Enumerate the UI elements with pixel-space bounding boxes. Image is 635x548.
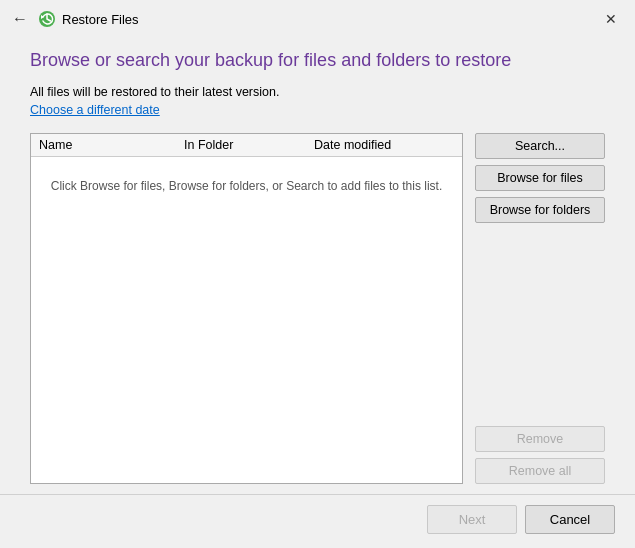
browse-folders-button[interactable]: Browse for folders <box>475 197 605 223</box>
empty-hint: Click Browse for files, Browse for folde… <box>51 177 442 195</box>
content-area: Browse or search your backup for files a… <box>0 34 635 494</box>
bottom-bar: Next Cancel <box>0 494 635 548</box>
side-buttons-top: Search... Browse for files Browse for fo… <box>475 133 605 223</box>
title-bar-left: ← Restore Files <box>12 10 139 28</box>
table-header: Name In Folder Date modified <box>31 134 462 157</box>
side-buttons-bottom: Remove Remove all <box>475 426 605 484</box>
title-bar: ← Restore Files ✕ <box>0 0 635 34</box>
remove-all-button[interactable]: Remove all <box>475 458 605 484</box>
col-name-header: Name <box>39 138 184 152</box>
close-button[interactable]: ✕ <box>599 7 623 31</box>
remove-button[interactable]: Remove <box>475 426 605 452</box>
file-table: Name In Folder Date modified Click Brows… <box>30 133 463 484</box>
title-bar-title: Restore Files <box>62 12 139 27</box>
main-area: Name In Folder Date modified Click Brows… <box>30 133 605 484</box>
change-date-link[interactable]: Choose a different date <box>30 103 605 117</box>
next-button[interactable]: Next <box>427 505 517 534</box>
col-folder-header: In Folder <box>184 138 314 152</box>
restore-icon <box>38 10 56 28</box>
restore-note: All files will be restored to their late… <box>30 85 605 99</box>
search-button[interactable]: Search... <box>475 133 605 159</box>
side-buttons-wrapper: Search... Browse for files Browse for fo… <box>475 133 605 484</box>
page-heading: Browse or search your backup for files a… <box>30 50 605 71</box>
table-body: Click Browse for files, Browse for folde… <box>31 157 462 483</box>
col-date-header: Date modified <box>314 138 454 152</box>
back-button[interactable]: ← <box>12 10 28 28</box>
cancel-button[interactable]: Cancel <box>525 505 615 534</box>
browse-files-button[interactable]: Browse for files <box>475 165 605 191</box>
